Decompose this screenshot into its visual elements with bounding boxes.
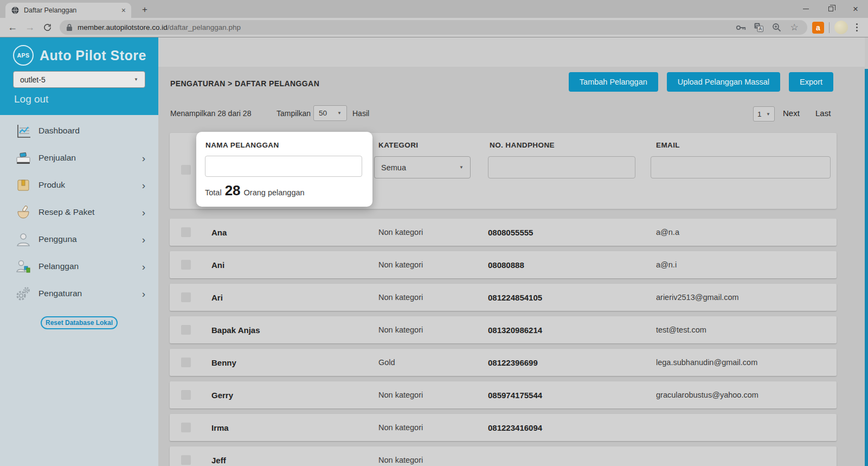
chevron-right-icon: › (142, 261, 145, 272)
handphone-filter-input[interactable] (488, 156, 635, 178)
translate-icon[interactable]: A (752, 21, 765, 34)
tambah-pelanggan-button[interactable]: Tambah Pelanggan (569, 72, 658, 92)
row-checkbox[interactable] (181, 358, 191, 367)
sidebar-item-pelanggan[interactable]: Pelanggan › (0, 253, 158, 280)
hasil-label: Hasil (352, 109, 369, 118)
sidebar-item-penjualan[interactable]: Penjualan › (0, 144, 158, 171)
zoom-icon[interactable] (770, 21, 783, 34)
sidebar-item-produk[interactable]: Produk › (0, 171, 158, 199)
chevron-right-icon: › (142, 207, 145, 218)
row-checkbox[interactable] (181, 325, 191, 335)
cell-handphone: 081320986214 (488, 325, 656, 335)
row-checkbox[interactable] (181, 260, 191, 270)
row-checkbox[interactable] (181, 455, 191, 465)
close-tab-icon[interactable]: × (121, 6, 126, 15)
bookmark-star-icon[interactable]: ☆ (788, 21, 801, 34)
sidebar-menu: Dashboard Penjualan › Pro (0, 115, 158, 307)
close-window-button[interactable]: × (843, 0, 868, 18)
cell-kategori: Non kategori (378, 391, 488, 399)
export-button[interactable]: Export (789, 72, 833, 92)
extension-icon[interactable]: a (812, 22, 824, 34)
url-domain: member.autopilotstore.co.id (78, 23, 168, 31)
brand: APS Auto Pilot Store (0, 37, 158, 66)
gears-icon (15, 286, 31, 301)
cell-email: gracularobustus@yahoo.com (656, 391, 837, 399)
cell-kategori: Non kategori (378, 456, 488, 464)
nama-pelanggan-filter-card: NAMA PELANGGAN Total 28 Orang pelanggan (196, 132, 372, 207)
chevron-right-icon: › (142, 180, 145, 190)
table-row: Ani Non kategori 08080888 a@n.i (170, 251, 837, 278)
total-customers-text: Total 28 Orang pelanggan (205, 182, 305, 199)
table-row: Ari Non kategori 081224854105 arieriv251… (170, 284, 837, 311)
cell-kategori: Non kategori (378, 228, 488, 237)
kategori-filter-value: Semua (381, 163, 406, 172)
page-content: APS Auto Pilot Store outlet-5 ▼ Log out (0, 37, 868, 466)
select-all-checkbox[interactable] (181, 165, 191, 175)
cell-kategori: Gold (378, 358, 488, 367)
row-checkbox[interactable] (181, 292, 191, 302)
last-page-link[interactable]: Last (815, 108, 831, 118)
browser-tab[interactable]: Daftar Pelanggan × (5, 3, 131, 18)
row-checkbox[interactable] (181, 423, 191, 432)
cell-customer-name: Irma (211, 423, 378, 432)
svg-text:A: A (758, 26, 762, 31)
page-size-select[interactable]: 50 ▼ (313, 105, 347, 121)
mortar-pestle-icon (15, 205, 31, 220)
cell-handphone: 08122396699 (488, 358, 656, 367)
password-key-icon[interactable] (734, 21, 747, 34)
reload-button[interactable] (40, 20, 55, 35)
cell-kategori: Non kategori (378, 260, 488, 269)
sidebar-item-label: Resep & Paket (38, 207, 94, 217)
sidebar-item-dashboard[interactable]: Dashboard (0, 117, 158, 144)
scrollbar-thumb[interactable] (865, 69, 868, 466)
forward-button[interactable]: → (22, 20, 37, 35)
email-filter-input[interactable] (651, 156, 831, 178)
cell-customer-name: Ari (211, 293, 378, 302)
sidebar-item-pengaturan[interactable]: Pengaturan › (0, 280, 158, 307)
chevron-right-icon: › (142, 234, 145, 245)
close-icon: × (853, 4, 858, 14)
cell-email: test@test.com (656, 325, 837, 334)
sidebar-item-label: Pengaturan (38, 289, 82, 298)
browser-menu-icon[interactable] (850, 21, 863, 34)
next-page-link[interactable]: Next (783, 108, 800, 118)
table-row: Ana Non kategori 0808055555 a@n.a (170, 219, 837, 246)
cell-customer-name: Benny (211, 358, 378, 367)
sidebar-item-resep-paket[interactable]: Resep & Paket › (0, 199, 158, 226)
row-checkbox[interactable] (181, 390, 191, 400)
sidebar-item-label: Penjualan (38, 153, 76, 163)
cell-handphone: 08080888 (488, 260, 656, 270)
nama-pelanggan-filter-input[interactable] (205, 156, 362, 177)
breadcrumb: PENGATURAN > DAFTAR PELANGGAN (170, 79, 319, 88)
logout-link[interactable]: Log out (14, 93, 48, 105)
cell-customer-name: Jeff (211, 456, 378, 465)
sidebar-item-label: Dashboard (38, 126, 80, 136)
minimize-button[interactable] (793, 0, 818, 18)
url-bar[interactable]: member.autopilotstore.co.id/daftar_pelan… (60, 20, 807, 35)
outlet-select-value: outlet-5 (20, 75, 46, 84)
new-tab-button[interactable]: + (138, 4, 152, 16)
cell-kategori: Non kategori (378, 293, 488, 302)
kategori-filter-select[interactable]: Semua ▼ (374, 156, 471, 178)
sidebar-item-pengguna[interactable]: Pengguna › (0, 226, 158, 253)
cell-handphone: 0808055555 (488, 228, 656, 237)
minimize-icon (803, 9, 809, 9)
column-header-email: EMAIL (656, 141, 680, 149)
upload-pelanggan-massal-button[interactable]: Upload Pelanggan Massal (667, 72, 780, 92)
header-actions: Tambah Pelanggan Upload Pelanggan Massal… (569, 72, 833, 92)
main-content: PENGATURAN > DAFTAR PELANGGAN Tambah Pel… (158, 37, 868, 466)
reset-database-button[interactable]: Reset Database Lokal (41, 316, 118, 329)
sidebar-item-label: Produk (38, 180, 65, 190)
column-header-handphone: NO. HANDPHONE (490, 141, 555, 149)
row-checkbox[interactable] (181, 227, 191, 237)
outlet-select[interactable]: outlet-5 ▼ (13, 71, 145, 88)
user-icon (15, 232, 31, 247)
profile-avatar[interactable] (834, 21, 848, 34)
page-number-select[interactable]: 1 ▼ (753, 106, 775, 122)
browser-tabstrip: Daftar Pelanggan × + × (0, 0, 868, 18)
sidebar-item-label: Pengguna (38, 234, 77, 244)
restore-button[interactable] (818, 0, 843, 18)
cell-kategori: Non kategori (378, 423, 488, 432)
cell-customer-name: Bapak Anjas (211, 325, 378, 335)
back-button[interactable]: ← (5, 20, 20, 35)
